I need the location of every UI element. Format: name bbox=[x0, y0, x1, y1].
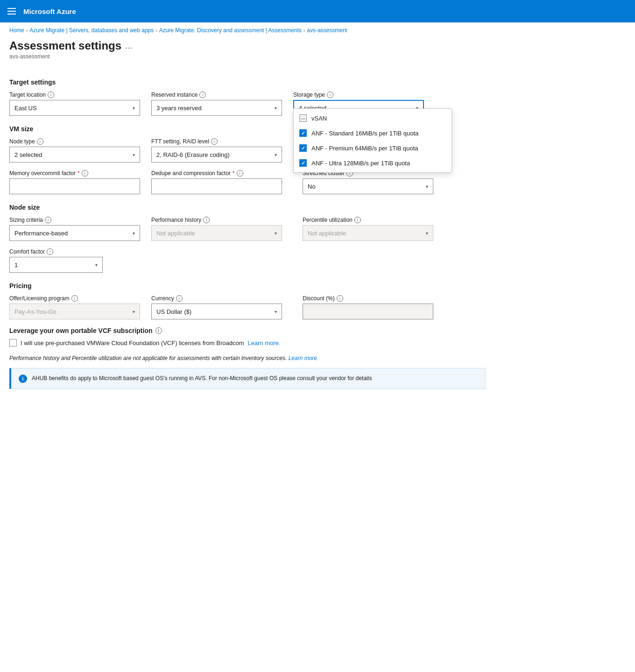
storage-type-panel: vSAN ANF - Standard 16MiB/s per 1TiB quo… bbox=[293, 108, 452, 173]
breadcrumb-discovery[interactable]: Azure Migrate: Discovery and assessment … bbox=[159, 27, 302, 34]
comfort-factor-group: Comfort factor i 1 ▾ bbox=[9, 248, 140, 273]
memory-overcommit-label: Memory overcommit factor * i bbox=[9, 170, 140, 177]
node-type-arrow: ▾ bbox=[133, 152, 135, 157]
percentile-utilization-arrow: ▾ bbox=[426, 231, 428, 236]
more-options-button[interactable]: ... bbox=[125, 41, 132, 51]
target-location-info[interactable]: i bbox=[48, 92, 54, 98]
vcf-checkbox-row: I will use pre-purchased VMWare Cloud Fo… bbox=[9, 339, 486, 347]
stretched-cluster-group: Stretched cluster i No ▾ bbox=[303, 170, 433, 194]
sizing-criteria-dropdown[interactable]: Performance-based ▾ bbox=[9, 225, 140, 241]
currency-arrow: ▾ bbox=[275, 309, 277, 314]
storage-option-anf-premium[interactable]: ANF - Premium 64MiB/s per 1TiB quota bbox=[294, 141, 452, 156]
percentile-utilization-label: Percentile utilization i bbox=[303, 217, 433, 223]
dedupe-required: * bbox=[233, 170, 235, 177]
page-header: Assessment settings ... avs-assessment bbox=[0, 35, 635, 62]
storage-type-group: Storage type i 4 selected ▾ vSAN ANF - S… bbox=[293, 92, 424, 116]
storage-label-anf-standard: ANF - Standard 16MiB/s per 1TiB quota bbox=[311, 130, 418, 137]
sizing-criteria-group: Sizing criteria i Performance-based ▾ bbox=[9, 217, 140, 241]
target-location-label: Target location i bbox=[9, 92, 140, 98]
percentile-utilization-group: Percentile utilization i Not applicable … bbox=[303, 217, 433, 241]
storage-label-anf-premium: ANF - Premium 64MiB/s per 1TiB quota bbox=[311, 145, 418, 152]
storage-label-anf-ultra: ANF - Ultra 128MiB/s per 1TiB quota bbox=[311, 160, 410, 167]
discount-info[interactable]: i bbox=[337, 295, 343, 302]
offer-licensing-dropdown: Pay-As-You-Go ▾ bbox=[9, 304, 140, 319]
storage-option-anf-standard[interactable]: ANF - Standard 16MiB/s per 1TiB quota bbox=[294, 126, 452, 141]
target-settings-row: Target location i East US ▾ Reserved ins… bbox=[9, 92, 486, 116]
currency-group: Currency i US Dollar ($) ▾ bbox=[151, 295, 291, 319]
memory-overcommit-info[interactable]: i bbox=[82, 170, 88, 177]
comfort-factor-info[interactable]: i bbox=[47, 248, 53, 255]
info-banner-icon: i bbox=[19, 375, 27, 383]
memory-overcommit-group: Memory overcommit factor * i 1 bbox=[9, 170, 140, 194]
vcf-title: Leverage your own portable VCF subscript… bbox=[9, 327, 153, 334]
memory-overcommit-required: * bbox=[78, 170, 80, 177]
content-area: Target settings Target location i East U… bbox=[0, 62, 495, 396]
info-banner-text: AHUB benefits do apply to Microsoft base… bbox=[32, 374, 372, 382]
offer-licensing-group: Offer/Licensing program i Pay-As-You-Go … bbox=[9, 295, 140, 319]
node-type-dropdown[interactable]: 2 selected ▾ bbox=[9, 147, 140, 163]
breadcrumb-home[interactable]: Home bbox=[9, 27, 24, 34]
sizing-criteria-info[interactable]: i bbox=[45, 217, 51, 223]
app-title: Microsoft Azure bbox=[23, 7, 76, 15]
offer-licensing-arrow: ▾ bbox=[133, 309, 135, 314]
currency-info[interactable]: i bbox=[176, 295, 183, 302]
discount-input: 0 bbox=[303, 304, 433, 319]
target-location-group: Target location i East US ▾ bbox=[9, 92, 140, 116]
reserved-instance-label: Reserved instance i bbox=[151, 92, 282, 98]
stretched-cluster-arrow: ▾ bbox=[426, 184, 428, 189]
performance-history-info[interactable]: i bbox=[203, 217, 210, 223]
target-settings-header: Target settings bbox=[9, 78, 486, 86]
breadcrumb-azure-migrate[interactable]: Azure Migrate | Servers, databases and w… bbox=[29, 27, 154, 34]
vcf-info[interactable]: i bbox=[155, 327, 162, 334]
vcf-checkbox[interactable] bbox=[9, 339, 17, 347]
storage-label-vsan: vSAN bbox=[311, 115, 327, 122]
vcf-checkbox-text: I will use pre-purchased VMWare Cloud Fo… bbox=[21, 340, 244, 347]
reserved-instance-group: Reserved instance i 3 years reserved ▾ bbox=[151, 92, 282, 116]
node-type-label: Node type i bbox=[9, 138, 140, 145]
storage-checkbox-anf-premium[interactable] bbox=[299, 144, 307, 152]
percentile-utilization-info[interactable]: i bbox=[354, 217, 361, 223]
vcf-learn-more[interactable]: Learn more. bbox=[248, 340, 281, 347]
dedupe-label: Dedupe and compression factor * i bbox=[151, 170, 291, 177]
percentile-utilization-dropdown: Not applicable ▾ bbox=[303, 225, 433, 241]
memory-overcommit-input[interactable]: 1 bbox=[9, 178, 140, 194]
storage-checkbox-anf-standard[interactable] bbox=[299, 129, 307, 137]
ftt-arrow: ▾ bbox=[275, 152, 277, 157]
comfort-factor-arrow: ▾ bbox=[95, 262, 98, 268]
storage-option-vsan[interactable]: vSAN bbox=[294, 111, 452, 126]
storage-checkbox-anf-ultra[interactable] bbox=[299, 159, 307, 167]
sizing-criteria-arrow: ▾ bbox=[133, 231, 135, 236]
storage-type-info[interactable]: i bbox=[327, 92, 333, 98]
breadcrumb-avs[interactable]: avs-assessment bbox=[307, 27, 347, 34]
reserved-instance-info[interactable]: i bbox=[199, 92, 206, 98]
discount-group: Discount (%) i 0 bbox=[303, 295, 433, 319]
hamburger-menu[interactable] bbox=[7, 8, 16, 14]
reserved-instance-arrow: ▾ bbox=[275, 106, 277, 111]
discount-label: Discount (%) i bbox=[303, 295, 433, 302]
storage-option-anf-ultra[interactable]: ANF - Ultra 128MiB/s per 1TiB quota bbox=[294, 156, 452, 170]
breadcrumb: Home › Azure Migrate | Servers, database… bbox=[0, 22, 635, 35]
ftt-dropdown[interactable]: 2, RAID-6 (Erasure coding) ▾ bbox=[151, 147, 282, 163]
node-type-info[interactable]: i bbox=[37, 138, 43, 145]
currency-label: Currency i bbox=[151, 295, 291, 302]
target-location-dropdown[interactable]: East US ▾ bbox=[9, 100, 140, 116]
performance-history-arrow: ▾ bbox=[275, 231, 277, 236]
pricing-header: Pricing bbox=[9, 282, 486, 290]
stretched-cluster-dropdown[interactable]: No ▾ bbox=[303, 178, 433, 194]
node-type-group: Node type i 2 selected ▾ bbox=[9, 138, 140, 163]
italic-note-learn-more[interactable]: Learn more. bbox=[289, 355, 319, 361]
reserved-instance-dropdown[interactable]: 3 years reserved ▾ bbox=[151, 100, 282, 116]
storage-type-label: Storage type i bbox=[293, 92, 424, 98]
currency-dropdown[interactable]: US Dollar ($) ▾ bbox=[151, 304, 282, 319]
offer-licensing-label: Offer/Licensing program i bbox=[9, 295, 140, 302]
ftt-info[interactable]: i bbox=[211, 138, 218, 145]
page-subtitle: avs-assessment bbox=[9, 53, 626, 60]
storage-checkbox-vsan[interactable] bbox=[299, 114, 307, 122]
sizing-criteria-label: Sizing criteria i bbox=[9, 217, 140, 223]
dedupe-group: Dedupe and compression factor * i 1.5 bbox=[151, 170, 291, 194]
dedupe-info[interactable]: i bbox=[237, 170, 243, 177]
dedupe-input[interactable]: 1.5 bbox=[151, 178, 282, 194]
node-size-header: Node size bbox=[9, 204, 486, 211]
offer-licensing-info[interactable]: i bbox=[71, 295, 78, 302]
comfort-factor-dropdown[interactable]: 1 ▾ bbox=[9, 257, 103, 273]
